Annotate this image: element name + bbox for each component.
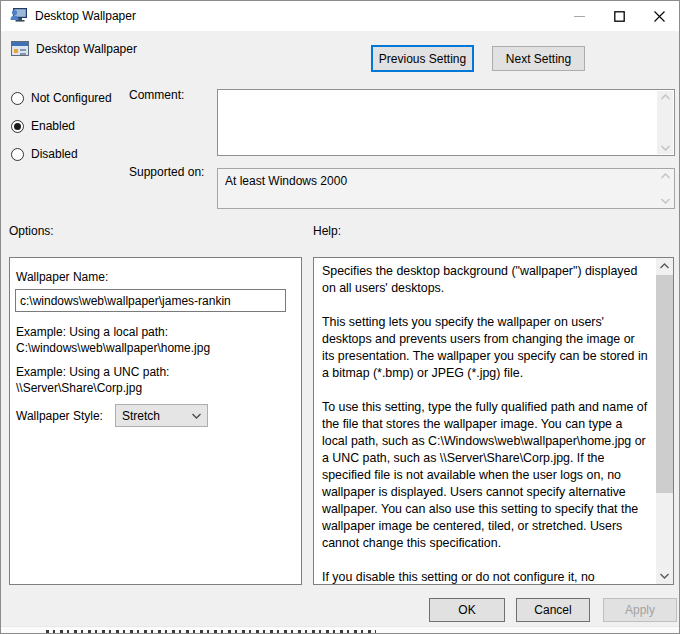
maximize-button[interactable]: [599, 1, 639, 31]
scroll-up-icon: [661, 173, 670, 179]
help-paragraph: Specifies the desktop background ("wallp…: [322, 263, 650, 297]
help-panel: Specifies the desktop background ("wallp…: [313, 257, 674, 585]
ok-button[interactable]: OK: [429, 598, 505, 622]
window-title: Desktop Wallpaper: [35, 9, 136, 23]
wallpaper-name-label: Wallpaper Name:: [16, 270, 108, 284]
example-local-title: Example: Using a local path:: [16, 324, 210, 340]
example-local-path: C:\windows\web\wallpaper\home.jpg: [16, 340, 210, 356]
desktop-wallpaper-dialog: Desktop Wallpaper Desktop Wallpaper Prev…: [0, 0, 680, 634]
help-text: Specifies the desktop background ("wallp…: [314, 258, 656, 584]
scroll-up-icon: [661, 94, 670, 100]
background-window-edge: [1, 626, 679, 633]
scroll-down-icon: [660, 573, 669, 579]
options-panel: Wallpaper Name: Example: Using a local p…: [9, 257, 302, 585]
wallpaper-style-value: Stretch: [122, 409, 160, 423]
policy-setting-icon: [11, 41, 29, 56]
radio-label-not-configured: Not Configured: [31, 91, 112, 105]
radio-circle-not-configured[interactable]: [11, 92, 24, 105]
wallpaper-style-label: Wallpaper Style:: [16, 409, 103, 423]
group-policy-app-icon: [10, 8, 27, 23]
previous-setting-button[interactable]: Previous Setting: [371, 45, 474, 72]
close-icon: [654, 11, 665, 22]
setting-header: Desktop Wallpaper: [11, 41, 137, 56]
example-unc-path: \\Server\Share\Corp.jpg: [16, 380, 169, 396]
setting-name: Desktop Wallpaper: [36, 42, 137, 56]
cancel-button[interactable]: Cancel: [516, 598, 590, 622]
clipped-background-text: [46, 630, 376, 633]
wallpaper-style-dropdown[interactable]: Stretch: [115, 404, 208, 427]
scroll-up-button[interactable]: [656, 258, 673, 274]
help-section-label: Help:: [313, 224, 341, 238]
radio-label-disabled: Disabled: [31, 147, 78, 161]
help-paragraph: To use this setting, type the fully qual…: [322, 399, 650, 552]
wallpaper-name-input[interactable]: [15, 289, 286, 312]
close-button[interactable]: [639, 1, 679, 31]
comment-scrollbar[interactable]: [657, 91, 673, 154]
radio-circle-disabled[interactable]: [11, 148, 24, 161]
help-paragraph: This setting lets you specify the wallpa…: [322, 314, 650, 382]
maximize-icon: [614, 11, 625, 22]
chevron-down-icon: [192, 413, 201, 419]
options-section-label: Options:: [9, 224, 54, 238]
supported-on-textarea: At least Windows 2000: [217, 168, 675, 209]
supported-scrollbar: [657, 170, 673, 207]
comment-textarea[interactable]: [217, 89, 675, 156]
minimize-icon: [574, 11, 585, 22]
radio-not-configured[interactable]: Not Configured: [11, 91, 112, 105]
scroll-down-button[interactable]: [656, 568, 673, 584]
help-scrollbar[interactable]: [656, 258, 673, 584]
apply-button: Apply: [603, 598, 677, 622]
radio-enabled[interactable]: Enabled: [11, 119, 75, 133]
scroll-up-icon: [660, 263, 669, 269]
scroll-down-icon: [661, 145, 670, 151]
radio-circle-enabled[interactable]: [11, 120, 24, 133]
radio-label-enabled: Enabled: [31, 119, 75, 133]
scrollbar-thumb[interactable]: [656, 275, 673, 493]
supported-on-value: At least Windows 2000: [225, 174, 347, 188]
comment-label: Comment:: [129, 88, 184, 102]
scroll-down-icon: [661, 198, 670, 204]
radio-disabled[interactable]: Disabled: [11, 147, 78, 161]
example-unc-title: Example: Using a UNC path:: [16, 364, 169, 380]
help-paragraph: If you disable this setting or do not co…: [322, 569, 650, 584]
supported-on-label: Supported on:: [129, 165, 204, 179]
titlebar: Desktop Wallpaper: [1, 1, 679, 31]
minimize-button[interactable]: [559, 1, 599, 31]
next-setting-button[interactable]: Next Setting: [492, 46, 585, 71]
